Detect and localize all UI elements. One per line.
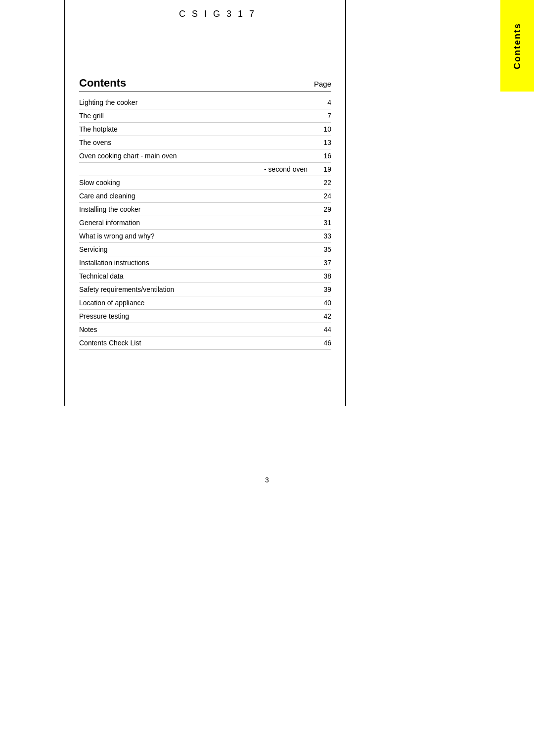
toc-row: General information 31 [79,216,331,230]
toc-row: Oven cooking chart - main oven 16 [79,149,331,163]
toc-row: - second oven 19 [79,163,331,176]
toc-item-page: 42 [312,310,331,323]
toc-row: Pressure testing 42 [79,310,331,323]
toc-item-title: Slow cooking [79,176,312,189]
yellow-tab-text: Contents [512,23,523,69]
toc-row: Installation instructions 37 [79,256,331,270]
toc-item-title: The ovens [79,136,312,149]
toc-item-page: 22 [312,176,331,189]
left-border-line [64,0,65,406]
toc-item-page: 7 [312,109,331,123]
toc-item-page: 29 [312,203,331,216]
toc-row: Lighting the cooker 4 [79,96,331,109]
toc-item-page: 46 [312,336,331,350]
toc-row: Technical data 38 [79,270,331,283]
toc-item-page: 10 [312,123,331,136]
toc-item-title: Contents Check List [79,336,312,350]
toc-item-page: 31 [312,216,331,230]
toc-item-page: 24 [312,189,331,203]
page-container: Contents C S I G 3 1 7 Contents Page Lig… [0,0,534,756]
toc-item-page: 44 [312,323,331,336]
toc-row: Servicing 35 [79,243,331,256]
toc-item-title: Care and cleaning [79,189,312,203]
toc-item-title: Location of appliance [79,296,312,310]
toc-item-title: Safety requirements/ventilation [79,283,312,296]
toc-item-page: 4 [312,96,331,109]
toc-row: The grill 7 [79,109,331,123]
toc-row: Safety requirements/ventilation 39 [79,283,331,296]
toc-row: Contents Check List 46 [79,336,331,350]
page-header: C S I G 3 1 7 [99,9,336,19]
toc-row: Installing the cooker 29 [79,203,331,216]
toc-item-title: Notes [79,323,312,336]
toc-item-page: 13 [312,136,331,149]
toc-row: The hotplate 10 [79,123,331,136]
toc-item-title: Pressure testing [79,310,312,323]
toc-item-title: Oven cooking chart - main oven [79,149,312,163]
toc-item-page: 37 [312,256,331,270]
page-column-label: Page [314,80,331,88]
toc-item-title: Installation instructions [79,256,312,270]
toc-item-page: 35 [312,243,331,256]
toc-item-page: 16 [312,149,331,163]
toc-row: The ovens 13 [79,136,331,149]
toc-item-page: 19 [312,163,331,176]
document-title: C S I G 3 1 7 [179,9,256,19]
toc-item-title: General information [79,216,312,230]
right-border-line [345,0,346,406]
main-content: Contents Page Lighting the cooker 4 The … [79,77,331,350]
toc-row: Notes 44 [79,323,331,336]
page-number: 3 [0,476,534,484]
toc-item-subtitle: - second oven [79,163,312,176]
toc-item-title: Installing the cooker [79,203,312,216]
toc-row: Location of appliance 40 [79,296,331,310]
toc-item-title: The grill [79,109,312,123]
toc-item-page: 40 [312,296,331,310]
toc-table: Lighting the cooker 4 The grill 7 The ho… [79,96,331,350]
toc-item-page: 38 [312,270,331,283]
toc-item-title: Servicing [79,243,312,256]
contents-heading-row: Contents Page [79,77,331,92]
toc-row: Slow cooking 22 [79,176,331,189]
toc-row: What is wrong and why? 33 [79,230,331,243]
toc-item-title: Lighting the cooker [79,96,312,109]
toc-item-page: 39 [312,283,331,296]
toc-row: Care and cleaning 24 [79,189,331,203]
toc-item-title: The hotplate [79,123,312,136]
toc-item-title: What is wrong and why? [79,230,312,243]
contents-title: Contents [79,77,126,90]
yellow-tab: Contents [500,0,534,92]
toc-item-title: Technical data [79,270,312,283]
toc-item-page: 33 [312,230,331,243]
